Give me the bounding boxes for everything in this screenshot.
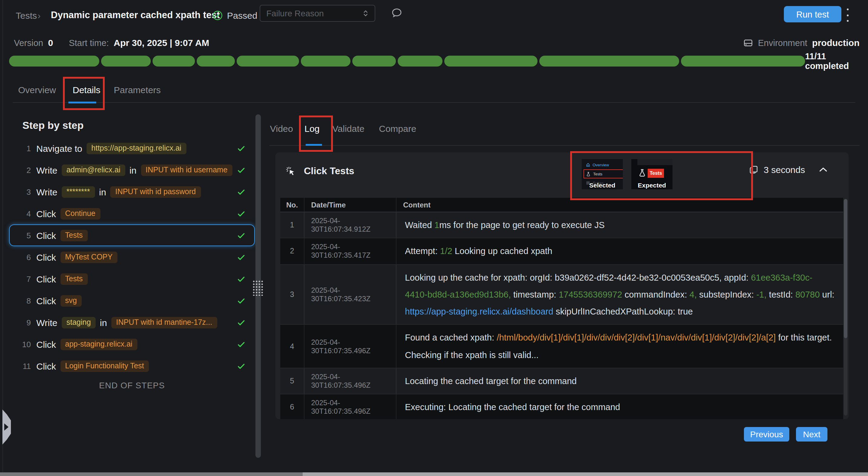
step-row[interactable]: 7ClickTests <box>9 268 255 290</box>
log-content-text: Looking up the cache for xpath: orgId: b… <box>405 272 751 282</box>
start-time-value: Apr 30, 2025 | 9:07 AM <box>114 37 210 48</box>
log-row-content: Looking up the cache for xpath: orgId: b… <box>396 265 843 325</box>
progress-completed-text: 11/11 completed <box>805 56 860 67</box>
log-content-green: 80780 <box>795 290 820 299</box>
progress-segment <box>101 56 151 67</box>
step-selector-badge: app-staging.relicx.ai <box>60 338 137 350</box>
progress-segment <box>444 56 537 67</box>
selected-screenshot-thumbnail[interactable]: Overview Tests Suites Selected <box>582 159 623 189</box>
log-scrollbar[interactable] <box>844 199 847 415</box>
run-test-button[interactable]: Run test <box>784 6 841 22</box>
step-check-icon <box>237 296 246 305</box>
log-content-green: 1 <box>434 220 439 230</box>
tab-video[interactable]: Video <box>270 124 293 134</box>
status-badge: Passed <box>213 10 257 20</box>
expected-screenshot-thumbnail[interactable]: Tests Expected <box>631 159 673 189</box>
step-value-badge: https://app-staging.relicx.ai <box>87 142 186 154</box>
col-header-no: No. <box>280 198 304 212</box>
mini-nav-overview: Overview <box>593 162 609 167</box>
step-row[interactable]: 4ClickContinue <box>9 203 255 225</box>
previous-button[interactable]: Previous <box>744 427 789 442</box>
tab-validate[interactable]: Validate <box>332 124 364 134</box>
detail-tabs-divider <box>269 145 860 146</box>
log-content-link[interactable]: https://app-staging.relicx.ai/dashboard <box>405 307 553 316</box>
log-row-timestamp: 2025-04-30T16:07:35.417Z <box>304 239 396 264</box>
details-tab-active-underline <box>68 102 96 103</box>
log-content-text: Waited <box>405 220 434 230</box>
step-action: Click <box>36 339 56 349</box>
tab-overview[interactable]: Overview <box>18 85 56 95</box>
step-number: 6 <box>19 252 31 262</box>
horizontal-scrollbar-thumb[interactable] <box>0 472 303 476</box>
step-connector: in <box>100 317 107 328</box>
col-header-datetime: Date/Time <box>304 198 396 212</box>
failure-reason-select[interactable]: Failure Reason <box>260 5 375 22</box>
step-selector-badge: Continue <box>60 208 100 219</box>
step-row[interactable]: 10Clickapp-staging.relicx.ai <box>9 333 255 355</box>
top-bar: Tests › Dynamic parameter cached xpath t… <box>0 0 868 30</box>
sidebar-expand-handle[interactable] <box>2 409 11 445</box>
step-action: Click <box>36 361 56 371</box>
log-table-header: No. Date/Time Content <box>280 198 843 212</box>
progress-bar <box>9 56 805 67</box>
kebab-menu-icon[interactable] <box>845 8 850 22</box>
start-time-label: Start time: <box>69 38 108 47</box>
step-selector-badge: Tests <box>60 273 88 284</box>
log-row-content: Waited 1ms for the page to get ready to … <box>396 212 843 238</box>
step-row[interactable]: 2Writeadmin@relicx.aiinINPUT with id use… <box>9 159 255 181</box>
step-number: 2 <box>19 165 31 174</box>
step-check-icon <box>237 144 246 153</box>
app-window: Tests › Dynamic parameter cached xpath t… <box>0 0 868 476</box>
tab-compare[interactable]: Compare <box>379 124 416 134</box>
step-selector-badge: INPUT with id password <box>111 186 200 198</box>
collapse-chevron-icon[interactable] <box>819 167 828 172</box>
step-row[interactable]: 11ClickLogin Functionality Test <box>9 355 255 377</box>
step-action: Click <box>36 274 56 284</box>
step-action: Write <box>36 165 57 175</box>
home-icon <box>586 162 590 167</box>
step-selector-badge: Login Functionality Test <box>60 360 149 372</box>
expected-label: Expected <box>631 181 673 189</box>
log-row-content: Locating the cached target for the comma… <box>396 368 843 394</box>
next-button[interactable]: Next <box>796 427 828 442</box>
log-content-text: Found a cached xpath: <box>405 333 497 343</box>
step-row[interactable]: 6ClickMyTest COPY <box>9 246 255 268</box>
environment-value: production <box>812 37 860 48</box>
step-number: 8 <box>19 296 31 305</box>
progress-segment <box>196 56 235 67</box>
log-row-content: Executing: Locating the cached target fo… <box>396 394 843 419</box>
step-row[interactable]: 5ClickTests <box>9 225 255 246</box>
step-action: Navigate to <box>36 143 82 153</box>
step-selector-badge: MyTest COPY <box>60 251 117 263</box>
step-row[interactable]: 9WritestaginginINPUT with id mantine-17z… <box>9 311 255 333</box>
step-check-icon <box>237 165 246 174</box>
log-content-green: -1, <box>756 290 767 299</box>
flask-icon <box>586 171 591 176</box>
comment-bubble-icon[interactable] <box>391 7 403 21</box>
log-card: Click Tests 3 seconds No. Date/Time Cont… <box>275 152 849 419</box>
step-number: 1 <box>19 144 31 153</box>
step-number: 5 <box>19 231 31 240</box>
status-text: Passed <box>227 10 257 20</box>
log-row-number: 5 <box>280 368 304 394</box>
step-connector: in <box>129 165 136 175</box>
breadcrumb-separator: › <box>37 10 40 20</box>
log-content-text: Attempt: <box>405 246 440 256</box>
failure-reason-placeholder: Failure Reason <box>266 8 324 18</box>
panel-resize-handle[interactable] <box>252 279 263 296</box>
horizontal-scrollbar-track[interactable] <box>303 472 868 476</box>
step-value-badge: staging <box>61 317 96 328</box>
log-table: No. Date/Time Content 12025-04-30T16:07:… <box>280 198 843 419</box>
step-check-icon <box>237 231 246 240</box>
breadcrumb-tests[interactable]: Tests <box>16 10 37 20</box>
log-content-text: ms for the page to get ready to execute … <box>439 220 605 230</box>
step-row[interactable]: 1Navigate tohttps://app-staging.relicx.a… <box>9 137 255 159</box>
log-content-text: timestamp: <box>511 290 559 299</box>
step-number: 7 <box>19 274 31 283</box>
tab-parameters[interactable]: Parameters <box>114 85 161 95</box>
step-row[interactable]: 8Clicksvg <box>9 290 255 311</box>
log-content-text: substepIndex: <box>697 290 756 299</box>
log-card-header: Click Tests 3 seconds <box>275 152 849 198</box>
step-row[interactable]: 3Write********inINPUT with id password <box>9 181 255 203</box>
cursor-click-icon <box>286 166 296 176</box>
